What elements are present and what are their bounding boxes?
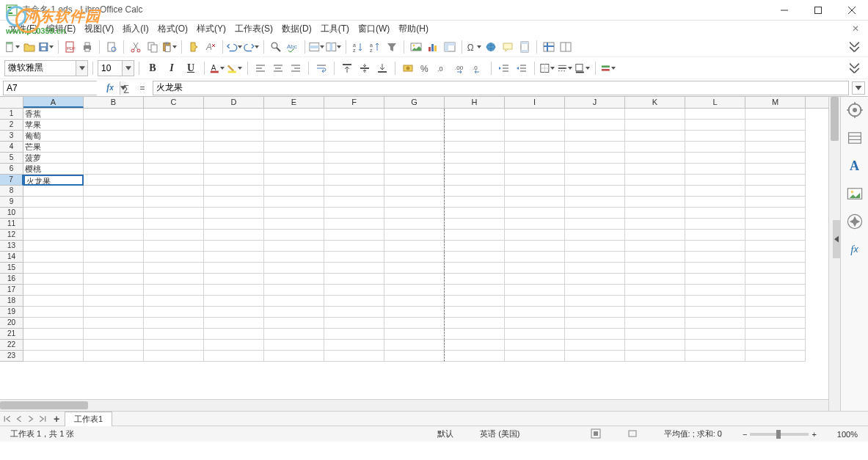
cell-C9[interactable] (144, 197, 204, 208)
cell-M4[interactable] (745, 142, 806, 153)
menu-window[interactable]: 窗口(W) (354, 21, 394, 37)
cell-M20[interactable] (745, 318, 806, 329)
cell-I2[interactable] (505, 120, 565, 131)
currency-button[interactable] (400, 60, 416, 76)
cell-M13[interactable] (745, 241, 806, 252)
cell-I18[interactable] (505, 296, 565, 307)
align-bottom-button[interactable] (374, 60, 390, 76)
cell-K15[interactable] (625, 263, 685, 274)
cell-C19[interactable] (144, 307, 204, 318)
cell-J12[interactable] (565, 230, 625, 241)
cell-M1[interactable] (745, 109, 806, 120)
cell-J13[interactable] (565, 241, 625, 252)
undo-button[interactable] (227, 39, 243, 55)
cell-J22[interactable] (565, 340, 625, 351)
tab-nav-last[interactable] (37, 413, 48, 425)
cell-C5[interactable] (144, 153, 204, 164)
cell-A3[interactable]: 葡萄 (23, 131, 84, 142)
cell-J16[interactable] (565, 274, 625, 285)
cell-L23[interactable] (685, 351, 745, 362)
column-button[interactable] (326, 39, 342, 55)
row-header-12[interactable]: 12 (0, 230, 23, 241)
font-size-input[interactable] (98, 61, 122, 76)
cell-K7[interactable] (625, 175, 685, 186)
cell-E3[interactable] (264, 131, 324, 142)
select-all-corner[interactable] (0, 97, 23, 108)
row-header-17[interactable]: 17 (0, 285, 23, 296)
status-mode[interactable]: 默认 (431, 428, 459, 439)
cell-D5[interactable] (204, 153, 264, 164)
font-size-dropdown[interactable] (122, 61, 134, 76)
row-header-10[interactable]: 10 (0, 208, 23, 219)
format-toolbar-expand[interactable] (847, 60, 864, 76)
cell-B4[interactable] (84, 142, 144, 153)
cell-D18[interactable] (204, 296, 264, 307)
align-left-button[interactable] (252, 60, 269, 76)
cell-C11[interactable] (144, 219, 204, 230)
cell-C7[interactable] (144, 175, 204, 186)
cell-B23[interactable] (84, 351, 144, 362)
cell-E18[interactable] (264, 296, 324, 307)
cell-I7[interactable] (505, 175, 565, 186)
cell-D3[interactable] (204, 131, 264, 142)
cell-M16[interactable] (745, 274, 806, 285)
cell-B14[interactable] (84, 252, 144, 263)
row-header-23[interactable]: 23 (0, 351, 23, 362)
sidebar-properties-icon[interactable] (846, 129, 864, 147)
row-header-11[interactable]: 11 (0, 219, 23, 230)
cell-M11[interactable] (745, 219, 806, 230)
font-size-combo[interactable] (98, 60, 134, 76)
cell-M19[interactable] (745, 307, 806, 318)
cell-B15[interactable] (84, 263, 144, 274)
cell-G19[interactable] (384, 307, 445, 318)
sidebar-settings-icon[interactable] (846, 101, 864, 119)
cell-G14[interactable] (384, 252, 445, 263)
cell-F6[interactable] (324, 164, 384, 175)
cell-J17[interactable] (565, 285, 625, 296)
headers-footers-button[interactable] (517, 39, 533, 55)
cell-L2[interactable] (685, 120, 745, 131)
name-box[interactable] (3, 81, 97, 95)
cell-M8[interactable] (745, 186, 806, 197)
print-button[interactable] (79, 39, 95, 55)
cell-B9[interactable] (84, 197, 144, 208)
cell-A18[interactable] (23, 296, 84, 307)
accept-formula-button[interactable]: = (135, 81, 150, 95)
increase-indent-button[interactable] (496, 60, 512, 76)
cell-L7[interactable] (685, 175, 745, 186)
cell-H22[interactable] (445, 340, 505, 351)
cell-L1[interactable] (685, 109, 745, 120)
cell-A14[interactable] (23, 252, 84, 263)
row-header-6[interactable]: 6 (0, 164, 23, 175)
cell-I4[interactable] (505, 142, 565, 153)
italic-button[interactable]: I (163, 60, 180, 76)
cell-C8[interactable] (144, 186, 204, 197)
cell-H17[interactable] (445, 285, 505, 296)
cell-H3[interactable] (445, 131, 505, 142)
font-name-combo[interactable] (4, 60, 88, 76)
hyperlink-button[interactable] (483, 39, 499, 55)
row-header-20[interactable]: 20 (0, 318, 23, 329)
cell-K21[interactable] (625, 329, 685, 340)
new-button[interactable] (4, 39, 21, 55)
cell-B7[interactable] (84, 175, 144, 186)
status-language[interactable]: 英语 (美国) (474, 428, 525, 439)
row-header-21[interactable]: 21 (0, 329, 23, 340)
sidebar-collapse-button[interactable] (833, 220, 840, 258)
cell-K18[interactable] (625, 296, 685, 307)
copy-button[interactable] (145, 39, 161, 55)
cell-F3[interactable] (324, 131, 384, 142)
cell-K14[interactable] (625, 252, 685, 263)
cell-L8[interactable] (685, 186, 745, 197)
cell-K11[interactable] (625, 219, 685, 230)
cell-E17[interactable] (264, 285, 324, 296)
cell-F21[interactable] (324, 329, 384, 340)
col-header-J[interactable]: J (565, 97, 625, 108)
cell-E7[interactable] (264, 175, 324, 186)
cell-G2[interactable] (384, 120, 445, 131)
cell-I5[interactable] (505, 153, 565, 164)
col-header-G[interactable]: G (384, 97, 445, 108)
cell-C10[interactable] (144, 208, 204, 219)
cell-E14[interactable] (264, 252, 324, 263)
cell-C15[interactable] (144, 263, 204, 274)
